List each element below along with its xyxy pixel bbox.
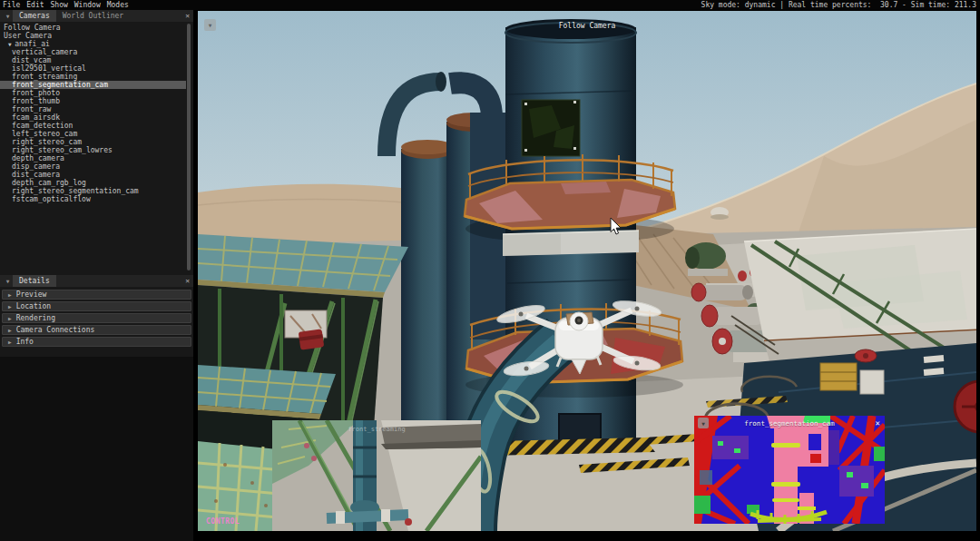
tab-cameras[interactable]: Cameras — [13, 10, 56, 22]
control-label: CONTROL — [206, 517, 240, 526]
menu-item-edit[interactable]: Edit — [26, 1, 44, 9]
left-panel-empty-area — [0, 357, 193, 541]
camera-item-depth_cam_rgb_log[interactable]: depth_cam_rgb_log — [0, 179, 186, 187]
camera-item-front_segmentation_cam[interactable]: front_segmentation_cam — [0, 81, 186, 89]
pip-stream-image — [272, 420, 481, 531]
3d-viewport[interactable]: ▼ Follow Camera CONTROL front_streami — [198, 11, 976, 531]
chevron-right-icon: ▶ — [8, 303, 12, 310]
cameras-panel: ▼ CamerasWorld Outliner ✕ Follow CameraU… — [0, 10, 193, 275]
viewport-camera-label: Follow Camera — [198, 22, 976, 30]
camera-item-right_stereo_cam[interactable]: right_stereo_cam — [0, 138, 186, 146]
camera-item-vertical_camera[interactable]: vertical_camera — [0, 48, 186, 56]
details-section-camera-connections[interactable]: ▶Camera Connections — [2, 325, 191, 335]
segmentation-image — [694, 416, 885, 524]
camera-item-depth_camera[interactable]: depth_camera — [0, 154, 186, 162]
menu-item-file[interactable]: File — [3, 1, 20, 9]
close-icon[interactable]: ✕ — [185, 12, 190, 20]
chevron-right-icon: ▶ — [8, 315, 12, 321]
details-panel: ▼ Details ✕ ▶Preview▶Location▶Rendering▶… — [0, 275, 193, 357]
app-window: { "window": { "menu_items": ["File", "Ed… — [0, 0, 980, 541]
camera-item-anafi_ai[interactable]: ▼ anafi_ai — [0, 40, 186, 48]
cameras-tabbar: ▼ CamerasWorld Outliner ✕ — [0, 10, 193, 22]
camera-tree: Follow CameraUser Camera▼ anafi_aivertic… — [0, 24, 186, 203]
camera-item-fcam_airsdk[interactable]: fcam_airsdk — [0, 113, 186, 122]
segmentation-close-icon[interactable]: ✕ — [876, 418, 880, 428]
tab-details[interactable]: Details — [13, 275, 56, 287]
sim-status-text: Sky mode: dynamic | Real time percents: … — [701, 1, 980, 9]
details-sections: ▶Preview▶Location▶Rendering▶Camera Conne… — [2, 290, 191, 349]
close-icon[interactable]: ✕ — [185, 277, 190, 285]
camera-item-disp_camera[interactable]: disp_camera — [0, 162, 186, 171]
menu-item-modes[interactable]: Modes — [107, 1, 129, 9]
details-tabbar: ▼ Details ✕ — [0, 275, 193, 287]
camera-item-right_stereo_cam_lowres[interactable]: right_stereo_cam_lowres — [0, 146, 186, 154]
menu-item-window[interactable]: Window — [74, 1, 101, 9]
camera-item-left_stereo_cam[interactable]: left_stereo_cam — [0, 130, 186, 138]
camera-item-front_raw[interactable]: front_raw — [0, 105, 186, 113]
pip-stream-label: front_streaming — [272, 426, 481, 433]
camera-item-front_streaming[interactable]: front_streaming — [0, 73, 186, 81]
camera-item-right_stereo_segmentation_cam[interactable]: right_stereo_segmentation_cam — [0, 187, 186, 195]
details-section-location[interactable]: ▶Location — [2, 301, 191, 311]
details-section-info[interactable]: ▶Info — [2, 337, 191, 347]
segmentation-title: front_segmentation_cam — [694, 419, 885, 428]
camera-item-fstcam_opticalflow[interactable]: fstcam_opticalflow — [0, 195, 186, 203]
cameras-tabs: CamerasWorld Outliner — [13, 10, 130, 22]
tab-world-outliner[interactable]: World Outliner — [56, 10, 130, 22]
camera-tree-scrollbar[interactable] — [187, 24, 191, 270]
menu-items: FileEditShowWindowModes — [0, 1, 129, 9]
camera-item-user-camera[interactable]: User Camera — [0, 32, 186, 40]
chevron-right-icon: ▶ — [8, 291, 12, 298]
pip-front-streaming[interactable]: front_streaming — [272, 420, 481, 531]
camera-item-dist_vcam[interactable]: dist_vcam — [0, 56, 186, 64]
chevron-right-icon: ▶ — [8, 339, 12, 345]
pip-front-segmentation[interactable]: ▼ front_segmentation_cam ✕ — [694, 416, 885, 524]
menu-bar: FileEditShowWindowModes Sky mode: dynami… — [0, 0, 980, 10]
camera-item-follow-camera[interactable]: Follow Camera — [0, 24, 186, 32]
camera-item-front_photo[interactable]: front_photo — [0, 89, 186, 97]
camera-item-fcam_detection[interactable]: fcam_detection — [0, 122, 186, 130]
details-section-rendering[interactable]: ▶Rendering — [2, 313, 191, 323]
camera-item-isl29501_vertical[interactable]: isl29501_vertical — [0, 64, 186, 73]
filter-icon[interactable]: ▼ — [3, 276, 13, 286]
filter-icon[interactable]: ▼ — [3, 11, 13, 21]
menu-item-show[interactable]: Show — [51, 1, 68, 9]
expander-icon[interactable]: ▼ — [8, 41, 15, 47]
chevron-right-icon: ▶ — [8, 327, 12, 333]
details-section-preview[interactable]: ▶Preview — [2, 290, 191, 300]
camera-item-dist_camera[interactable]: dist_camera — [0, 171, 186, 179]
camera-item-front_thumb[interactable]: front_thumb — [0, 97, 186, 105]
